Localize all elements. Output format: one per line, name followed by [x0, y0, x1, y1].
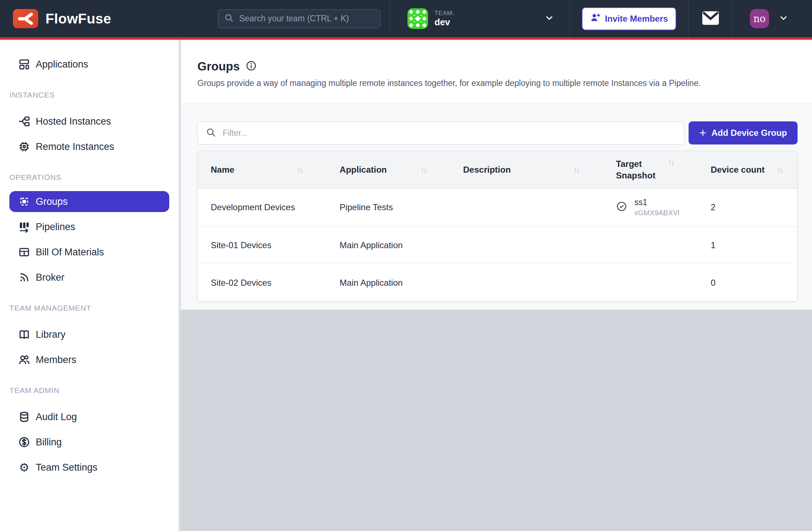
flowfuse-logo-icon	[13, 9, 38, 28]
sidebar-item-audit-log[interactable]: Audit Log	[0, 404, 169, 429]
sort-icon: ↑↓	[668, 157, 674, 167]
sort-icon: ↑↓	[297, 165, 303, 174]
table-row[interactable]: Site-01 Devices Main Application 1	[198, 226, 797, 264]
sidebar-section-team-management: TEAM MANAGEMENT	[9, 304, 179, 312]
user-menu[interactable]: no	[733, 9, 812, 28]
cell-description	[450, 226, 603, 264]
invite-section: Invite Members	[570, 7, 688, 30]
sidebar-section-instances: INSTANCES	[9, 91, 179, 99]
sidebar-item-label: Audit Log	[36, 411, 77, 423]
cell-application: Main Application	[327, 264, 450, 301]
sidebar-item-team-settings[interactable]: ⚙ Team Settings	[0, 455, 169, 480]
app-window: FlowFuse	[0, 0, 812, 531]
sidebar-section-operations: OPERATIONS	[9, 173, 179, 182]
team-selector[interactable]: TEAM: dev	[390, 8, 569, 29]
hosted-instances-icon	[18, 115, 30, 128]
notifications-button[interactable]	[689, 10, 732, 27]
cell-name: Site-01 Devices	[198, 226, 327, 264]
top-navbar: FlowFuse	[0, 0, 812, 40]
invite-members-button[interactable]: Invite Members	[582, 7, 676, 30]
cell-target-snapshot: ss1 xGMX9ABXVl	[603, 189, 698, 226]
table-row[interactable]: Development Devices Pipeline Tests ss1	[198, 189, 797, 226]
sidebar-item-label: Team Settings	[36, 462, 97, 473]
info-icon[interactable]	[245, 60, 257, 73]
sort-icon: ↑↓	[777, 165, 783, 174]
plus-icon: +	[699, 126, 706, 139]
device-group-icon	[18, 195, 30, 208]
cell-name: Site-02 Devices	[198, 264, 327, 301]
column-header-device-count[interactable]: Device count ↑↓	[698, 151, 797, 188]
team-avatar	[407, 8, 428, 29]
cell-description	[450, 264, 603, 301]
table-row[interactable]: Site-02 Devices Main Application 0	[198, 264, 797, 301]
search-icon	[224, 13, 234, 24]
team-label: TEAM:	[435, 10, 454, 17]
sidebar-item-label: Pipelines	[36, 221, 75, 233]
sidebar-item-label: Bill Of Materials	[36, 247, 104, 258]
sort-icon: ↑↓	[420, 165, 426, 174]
invite-members-label: Invite Members	[605, 14, 668, 24]
chevron-down-icon	[544, 13, 554, 25]
brand[interactable]: FlowFuse	[0, 9, 218, 28]
snapshot-name: ss1	[634, 197, 679, 208]
groups-table: Name ↑↓ Application ↑↓ Description ↑↓ Ta…	[197, 151, 798, 302]
cell-device-count: 1	[698, 226, 797, 264]
broker-icon	[18, 271, 30, 284]
column-header-target-snapshot[interactable]: Target Snapshot ↑↓	[603, 151, 698, 188]
sidebar-item-members[interactable]: Members	[0, 347, 169, 372]
column-header-description[interactable]: Description ↑↓	[450, 151, 603, 188]
filter-input[interactable]	[222, 128, 676, 138]
snapshot-id: xGMX9ABXVl	[634, 208, 679, 217]
gear-icon: ⚙	[18, 461, 30, 474]
groups-panel: + Add Device Group Name ↑↓ Application ↑…	[181, 104, 812, 310]
filter-box	[197, 121, 684, 144]
sidebar-item-broker[interactable]: Broker	[0, 265, 169, 290]
sidebar-item-label: Members	[36, 354, 77, 366]
add-device-group-button[interactable]: + Add Device Group	[689, 121, 798, 144]
sidebar-item-billing[interactable]: Billing	[0, 429, 169, 455]
remote-instances-icon	[18, 141, 30, 153]
main-content: Groups Groups provide a way of managing …	[181, 40, 812, 531]
cell-application: Main Application	[327, 226, 450, 264]
sidebar-item-label: Remote Instances	[36, 141, 114, 152]
team-search-box[interactable]	[218, 9, 380, 28]
column-header-name[interactable]: Name ↑↓	[198, 151, 327, 188]
sidebar-item-applications[interactable]: Applications	[0, 52, 169, 77]
page-title: Groups	[197, 60, 240, 73]
sidebar-item-library[interactable]: Library	[0, 322, 169, 347]
sort-icon: ↑↓	[573, 165, 579, 174]
sidebar-item-remote-instances[interactable]: Remote Instances	[0, 134, 169, 159]
team-search-input[interactable]	[239, 13, 374, 24]
mail-icon	[702, 10, 720, 27]
user-avatar: no	[750, 9, 769, 28]
cell-device-count: 0	[698, 264, 797, 301]
cell-description	[450, 189, 603, 226]
sidebar-item-label: Broker	[36, 272, 65, 283]
sidebar-item-groups[interactable]: Groups	[9, 191, 169, 212]
sidebar-item-hosted-instances[interactable]: Hosted Instances	[0, 109, 169, 134]
library-icon	[18, 328, 30, 341]
sidebar-section-team-admin: TEAM ADMIN	[9, 386, 179, 395]
sidebar-item-label: Hosted Instances	[36, 116, 111, 127]
table-header-row: Name ↑↓ Application ↑↓ Description ↑↓ Ta…	[198, 151, 797, 189]
sidebar-item-label: Applications	[36, 59, 88, 70]
applications-icon	[18, 58, 30, 70]
cell-device-count: 2	[698, 189, 797, 226]
user-plus-icon	[590, 13, 600, 25]
sidebar-item-pipelines[interactable]: Pipelines	[0, 214, 169, 239]
audit-log-icon	[18, 411, 30, 423]
page-header: Groups Groups provide a way of managing …	[181, 40, 812, 104]
sidebar: Applications INSTANCES Hosted Instances	[0, 40, 181, 531]
team-info: TEAM: dev	[435, 10, 454, 27]
sidebar-item-label: Billing	[36, 437, 62, 448]
billing-icon	[18, 436, 30, 448]
sidebar-item-bill-of-materials[interactable]: Bill Of Materials	[0, 239, 169, 265]
sidebar-item-label: Library	[36, 329, 66, 340]
chevron-down-icon	[778, 13, 789, 25]
sidebar-item-label: Groups	[36, 196, 68, 207]
cell-target-snapshot	[603, 226, 698, 264]
column-header-application[interactable]: Application ↑↓	[327, 151, 450, 188]
check-circle-icon	[616, 201, 627, 214]
empty-canvas	[181, 310, 812, 531]
bill-of-materials-icon	[18, 246, 30, 258]
